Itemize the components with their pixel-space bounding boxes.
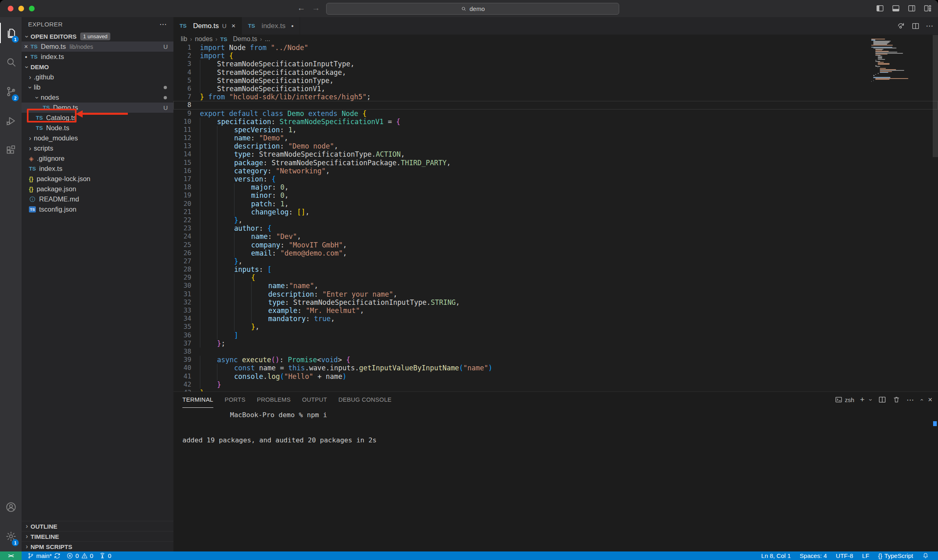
minimize-window-button[interactable] xyxy=(18,6,24,11)
terminal-scroll-marker xyxy=(933,421,937,426)
code-line: 38 xyxy=(173,348,938,356)
panel-tab-output[interactable]: OUTPUT xyxy=(302,392,327,407)
code-line: 42} xyxy=(173,381,938,389)
line-number: 17 xyxy=(173,175,191,183)
code-line: 30name:"name", xyxy=(173,282,938,290)
minimap[interactable] xyxy=(871,39,932,82)
activity-bar-item-settings[interactable]: 1 xyxy=(0,523,22,550)
editor-tab-demo-ts[interactable]: TSDemo.tsU× xyxy=(173,17,242,35)
tree-file--gitignore[interactable]: ◈.gitignore xyxy=(22,153,173,164)
sidebar-section-timeline[interactable]: ›TIMELINE xyxy=(22,531,173,541)
breadcrumb: lib›nodes›TSDemo.ts›... xyxy=(173,35,938,44)
indent-guide xyxy=(200,216,217,224)
split-terminal-button[interactable] xyxy=(878,395,887,404)
editor-tab-index-ts[interactable]: TSindex.ts● xyxy=(242,17,300,35)
terminal-output[interactable]: MacBook-Pro demo % npm iadded 19 package… xyxy=(173,407,938,448)
indent-guide xyxy=(200,356,217,364)
tree-file-tsconfig-json[interactable]: TStsconfig.json xyxy=(22,204,173,214)
editor-more-actions-button[interactable]: ⋯ xyxy=(926,21,934,31)
indent-guide xyxy=(251,282,268,290)
line-number: 24 xyxy=(173,232,191,241)
tree-folder-scripts[interactable]: ›scripts xyxy=(22,143,173,153)
customize-layout-button[interactable] xyxy=(923,4,932,13)
tree-file-package-lock-json[interactable]: {}package-lock.json xyxy=(22,174,173,184)
tree-file-package-json[interactable]: {}package.json xyxy=(22,184,173,194)
close-icon[interactable]: × xyxy=(22,43,31,50)
status-eol[interactable]: LF xyxy=(862,552,870,559)
line-number: 16 xyxy=(173,167,191,175)
status-git-branch[interactable]: main* xyxy=(27,552,61,559)
terminal-profiles-dropdown[interactable]: › xyxy=(870,396,872,403)
status-notifications[interactable] xyxy=(922,552,929,559)
line-number: 20 xyxy=(173,200,191,208)
open-editor-item[interactable]: ●TSindex.ts xyxy=(22,52,173,62)
code-editor[interactable]: 1import Node from "../Node"2import {3Str… xyxy=(173,44,938,392)
tree-folder-nodes[interactable]: ›nodes xyxy=(22,92,173,103)
tree-file-node-ts[interactable]: TSNode.ts xyxy=(22,123,173,133)
panel-tab-problems[interactable]: PROBLEMS xyxy=(257,392,291,407)
activity-bar-item-explorer[interactable]: 1 xyxy=(0,20,22,46)
status-language-mode[interactable]: {}TypeScript xyxy=(878,552,913,559)
editor-scrollbar[interactable] xyxy=(933,35,938,157)
code-line: 27}, xyxy=(173,257,938,265)
breadcrumb-item[interactable]: TSDemo.ts xyxy=(220,35,257,43)
chevron-right-icon: › xyxy=(26,74,34,81)
activity-bar-item-accounts[interactable] xyxy=(0,494,22,521)
panel-tab-debug-console[interactable]: DEBUG CONSOLE xyxy=(338,392,391,407)
tree-file-readme-md[interactable]: README.md xyxy=(22,194,173,204)
close-icon[interactable]: × xyxy=(231,22,235,30)
code-line: 26email: "demo@demo.com", xyxy=(173,249,938,257)
tree-file-demo-ts[interactable]: TSDemo.tsU xyxy=(22,103,173,113)
tree-folder-lib[interactable]: ›lib xyxy=(22,82,173,92)
status-problems[interactable]: 00 xyxy=(66,552,93,559)
open-changes-button[interactable] xyxy=(896,22,905,31)
new-terminal-button[interactable]: + xyxy=(860,395,864,404)
status-encoding[interactable]: UTF-8 xyxy=(836,552,853,559)
project-section-header[interactable]: › DEMO xyxy=(22,62,173,72)
status-indentation[interactable]: Spaces: 4 xyxy=(800,552,827,559)
tree-folder-node-modules[interactable]: ›node_modules xyxy=(22,133,173,143)
minimap-line xyxy=(875,74,876,75)
activity-bar-item-source-control[interactable]: 2 xyxy=(0,78,22,105)
sidebar-section-outline[interactable]: ›OUTLINE xyxy=(22,521,173,531)
toggle-primary-sidebar-button[interactable] xyxy=(875,4,885,13)
terminal-more-actions-button[interactable]: ⋯ xyxy=(906,395,914,405)
indent-guide xyxy=(200,175,217,183)
breadcrumb-item[interactable]: nodes xyxy=(195,35,213,43)
close-window-button[interactable] xyxy=(8,6,13,11)
remote-indicator[interactable]: >< xyxy=(0,551,22,560)
terminal-profile-zsh[interactable]: zsh xyxy=(835,396,854,404)
open-editor-item[interactable]: ×TSDemo.tslib/nodesU xyxy=(22,42,173,52)
open-editors-section-header[interactable]: › OPEN EDITORS 1 unsaved xyxy=(22,31,173,42)
sidebar-section-npm-scripts[interactable]: ›NPM SCRIPTS xyxy=(22,541,173,551)
line-number: 12 xyxy=(173,134,191,142)
close-panel-button[interactable]: × xyxy=(928,396,932,404)
tree-file-catalog-ts[interactable]: TSCatalog.ts xyxy=(22,113,173,123)
split-editor-button[interactable] xyxy=(911,22,920,31)
explorer-more-actions-button[interactable]: ⋯ xyxy=(160,20,167,29)
tree-file-index-ts[interactable]: TSindex.ts xyxy=(22,164,173,174)
status-forwarded-ports[interactable]: 0 xyxy=(99,552,111,559)
history-back-button[interactable]: ← xyxy=(297,3,305,13)
indent-guide xyxy=(217,364,234,372)
code-line: 1import Node from "../Node" xyxy=(173,44,938,52)
code-line: 8 xyxy=(173,101,938,109)
zoom-window-button[interactable] xyxy=(29,6,35,11)
panel-tab-ports[interactable]: PORTS xyxy=(225,392,245,407)
status-cursor-position[interactable]: Ln 8, Col 1 xyxy=(761,552,791,559)
activity-bar-item-extensions[interactable] xyxy=(0,137,22,164)
status-label: LF xyxy=(862,552,870,559)
panel-tab-terminal[interactable]: TERMINAL xyxy=(182,392,213,408)
toggle-secondary-sidebar-button[interactable] xyxy=(907,4,916,13)
minimap-line xyxy=(878,59,885,60)
tree-folder--github[interactable]: ›.github xyxy=(22,72,173,82)
kill-terminal-button[interactable] xyxy=(892,396,901,404)
history-forward-button[interactable]: → xyxy=(312,3,320,13)
maximize-panel-button[interactable]: › xyxy=(920,396,922,403)
toggle-panel-button[interactable] xyxy=(891,4,901,13)
command-center-search[interactable]: demo xyxy=(326,3,619,15)
activity-bar-item-run-and-debug[interactable] xyxy=(0,107,22,134)
breadcrumb-item[interactable]: ... xyxy=(265,35,270,43)
activity-bar-item-search[interactable] xyxy=(0,49,22,76)
breadcrumb-item[interactable]: lib xyxy=(181,35,187,43)
